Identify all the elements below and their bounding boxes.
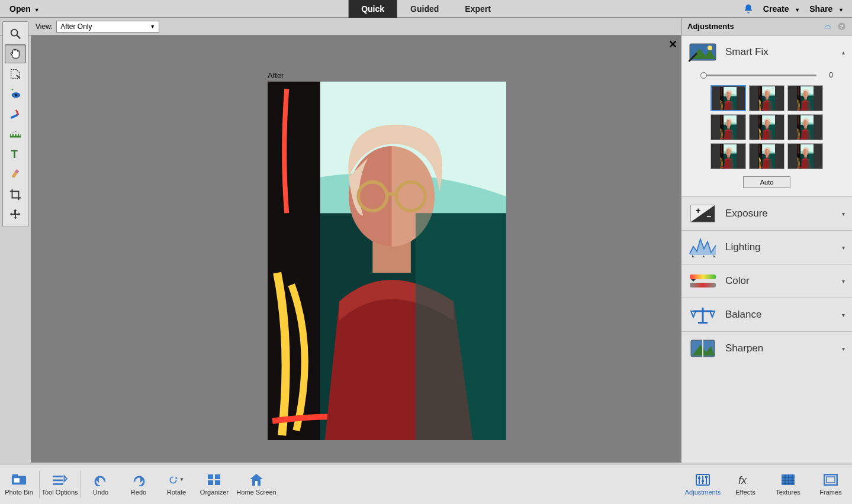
crop-tool[interactable] xyxy=(5,185,26,204)
effects-icon: fx xyxy=(738,473,753,486)
section-lighting[interactable]: Lighting ▾ xyxy=(681,231,852,264)
adjustments-panel: Adjustments ? Smart Fix ▴ 0 xyxy=(681,18,852,463)
sharpen-icon xyxy=(689,338,717,359)
open-menu[interactable]: Open▼ xyxy=(0,4,44,14)
reset-icon[interactable] xyxy=(823,22,832,31)
help-icon[interactable]: ? xyxy=(837,22,846,31)
chevron-down-icon: ▾ xyxy=(842,244,845,251)
smart-fix-label: Smart Fix xyxy=(725,46,834,58)
chevron-down-icon: ▾ xyxy=(842,211,845,217)
svg-point-34 xyxy=(15,94,18,97)
notifications-icon[interactable] xyxy=(743,4,754,14)
svg-rect-40 xyxy=(17,134,18,136)
svg-rect-58 xyxy=(215,474,220,479)
balance-label: Balance xyxy=(725,309,834,321)
smart-fix-slider[interactable] xyxy=(700,75,816,76)
quick-selection-tool[interactable] xyxy=(5,64,26,83)
lighting-label: Lighting xyxy=(725,241,834,253)
redeye-tool[interactable]: + xyxy=(5,85,26,104)
chevron-up-icon: ▴ xyxy=(842,49,845,56)
share-menu[interactable]: Share ▼ xyxy=(809,4,844,14)
frames-icon xyxy=(823,473,838,486)
svg-text:?: ? xyxy=(840,24,843,30)
separator xyxy=(80,471,81,498)
tool-options-icon xyxy=(52,473,67,486)
tab-quick[interactable]: Quick xyxy=(348,0,397,18)
color-icon xyxy=(689,270,717,292)
redo-button[interactable]: Redo xyxy=(120,468,157,501)
redo-icon xyxy=(131,473,146,486)
sharpen-label: Sharpen xyxy=(725,343,834,354)
type-tool[interactable]: T xyxy=(5,145,26,164)
svg-rect-69 xyxy=(702,480,704,482)
photo-bin-button[interactable]: Photo Bin xyxy=(0,468,38,501)
straighten-tool[interactable] xyxy=(5,125,26,144)
chevron-down-icon: ▾ xyxy=(842,345,845,352)
organizer-icon xyxy=(207,473,222,486)
document-image[interactable] xyxy=(268,82,506,440)
section-exposure[interactable]: Exposure ▾ xyxy=(681,197,852,231)
home-screen-button[interactable]: Home Screen xyxy=(233,468,279,501)
svg-line-31 xyxy=(17,35,21,39)
svg-rect-49 xyxy=(12,474,18,477)
svg-rect-35 xyxy=(11,114,18,119)
chevron-down-icon: ▼ xyxy=(795,7,800,13)
canvas-area[interactable]: ✕ After xyxy=(31,35,681,463)
tool-options-button[interactable]: Tool Options xyxy=(41,468,79,501)
preset-thumb[interactable] xyxy=(787,85,823,111)
organizer-button[interactable]: Organizer xyxy=(195,468,233,501)
close-document-icon[interactable]: ✕ xyxy=(668,38,677,51)
svg-rect-60 xyxy=(215,480,220,485)
preset-thumb[interactable] xyxy=(749,85,785,111)
textures-tab-button[interactable]: Textures xyxy=(767,468,809,501)
whiten-teeth-tool[interactable] xyxy=(5,105,26,124)
view-label: View: xyxy=(36,22,53,31)
create-menu[interactable]: Create ▼ xyxy=(763,4,800,14)
svg-rect-57 xyxy=(208,474,213,479)
rotate-button[interactable]: ▼ Rotate xyxy=(157,468,195,501)
preset-thumb[interactable] xyxy=(710,114,746,140)
tab-expert[interactable]: Expert xyxy=(452,0,504,18)
color-label: Color xyxy=(725,275,834,287)
svg-marker-56 xyxy=(175,476,177,479)
svg-rect-80 xyxy=(827,477,835,483)
smart-fix-presets xyxy=(690,85,844,169)
preset-thumb[interactable] xyxy=(749,114,785,140)
lighting-icon xyxy=(689,237,717,258)
section-sharpen[interactable]: Sharpen ▾ xyxy=(681,332,852,365)
section-color[interactable]: Color ▾ xyxy=(681,264,852,298)
balance-icon xyxy=(689,304,717,325)
auto-button[interactable]: Auto xyxy=(743,176,790,188)
spot-healing-tool[interactable] xyxy=(5,165,26,184)
svg-rect-41 xyxy=(19,134,20,136)
smart-fix-value: 0 xyxy=(822,71,833,79)
photo-bin-icon xyxy=(11,473,27,486)
tab-guided[interactable]: Guided xyxy=(397,0,452,18)
chevron-down-icon: ▼ xyxy=(179,477,184,482)
frames-tab-button[interactable]: Frames xyxy=(809,468,852,501)
preset-thumb[interactable] xyxy=(710,143,746,169)
exposure-icon xyxy=(689,203,717,224)
svg-rect-68 xyxy=(698,477,700,479)
undo-icon xyxy=(93,473,108,486)
effects-tab-button[interactable]: fx Effects xyxy=(724,468,767,501)
svg-rect-59 xyxy=(208,480,213,485)
hand-tool[interactable] xyxy=(5,44,26,63)
undo-button[interactable]: Undo xyxy=(82,468,120,501)
move-tool[interactable] xyxy=(5,205,26,224)
adjustments-tab-button[interactable]: Adjustments xyxy=(681,468,724,501)
preset-thumb[interactable] xyxy=(787,114,823,140)
preset-thumb[interactable] xyxy=(749,143,785,169)
zoom-tool[interactable] xyxy=(5,24,26,43)
exposure-label: Exposure xyxy=(725,208,834,219)
view-select[interactable]: After Only ▼ xyxy=(56,21,159,33)
preset-thumb[interactable] xyxy=(787,143,823,169)
section-balance[interactable]: Balance ▾ xyxy=(681,298,852,332)
chevron-down-icon: ▼ xyxy=(150,24,155,30)
smart-fix-header[interactable]: Smart Fix ▴ xyxy=(681,35,852,69)
smart-fix-icon xyxy=(689,41,717,63)
rotate-icon: ▼ xyxy=(169,473,184,486)
adjustments-icon xyxy=(695,473,710,486)
preset-thumb[interactable] xyxy=(710,85,746,111)
chevron-down-icon: ▾ xyxy=(842,278,845,285)
